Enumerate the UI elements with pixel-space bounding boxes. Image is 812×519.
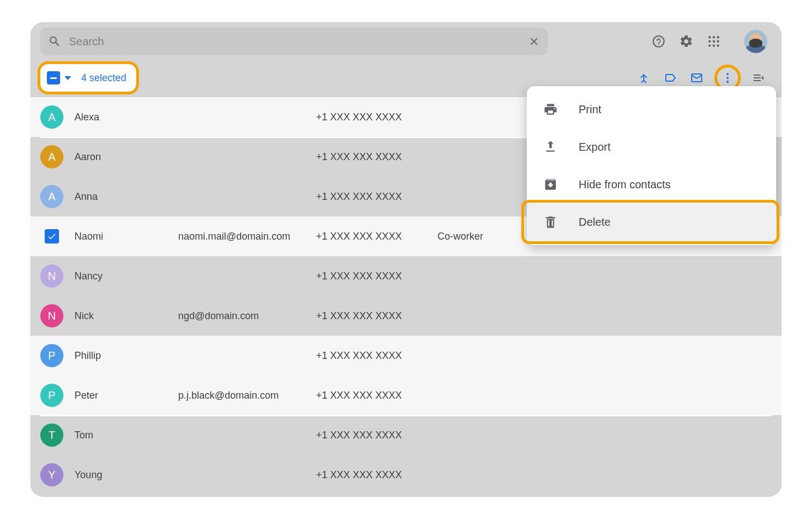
svg-point-4: [713, 40, 715, 43]
menu-item-label: Hide from contacts: [579, 178, 671, 191]
menu-item-label: Delete: [579, 216, 611, 229]
menu-item-label: Print: [579, 103, 601, 116]
merge-icon[interactable]: [637, 71, 650, 84]
contact-name: Nick: [74, 310, 94, 322]
svg-point-7: [713, 44, 715, 46]
select-all-checkbox[interactable]: [47, 71, 60, 84]
export-icon: [543, 140, 558, 154]
contact-avatar: A: [40, 185, 63, 208]
search-bar[interactable]: [40, 28, 548, 55]
contact-avatar: N: [40, 304, 63, 327]
contact-phone: +1 XXX XXX XXXX: [316, 430, 437, 441]
svg-point-8: [717, 44, 719, 46]
contact-name: Alexa: [74, 112, 99, 123]
contact-avatar: A: [40, 105, 63, 129]
gear-icon[interactable]: [679, 34, 693, 49]
contact-row[interactable]: N Nancy +1 XXX XXX XXXX: [30, 256, 782, 296]
contact-name: Phillip: [74, 350, 101, 362]
svg-point-3: [708, 40, 710, 43]
contact-email: naomi.mail@domain.com: [178, 231, 316, 242]
contact-name: Nancy: [74, 271, 103, 282]
account-avatar[interactable]: [744, 30, 767, 53]
svg-point-2: [717, 36, 719, 38]
svg-point-1: [713, 36, 715, 38]
contact-avatar: P: [40, 384, 63, 407]
search-input[interactable]: [61, 35, 528, 49]
app-frame: 4 selected A: [30, 22, 782, 497]
email-icon[interactable]: [690, 71, 703, 84]
svg-point-5: [717, 40, 719, 43]
header: [30, 22, 782, 61]
search-icon: [48, 35, 61, 48]
contact-name: Peter: [74, 390, 98, 401]
contact-avatar: N: [40, 264, 63, 288]
contact-name: Young: [74, 469, 102, 481]
menu-item-export[interactable]: Export: [527, 128, 776, 166]
row-divider: [40, 415, 772, 416]
toolbar-actions: [637, 67, 772, 89]
contact-row[interactable]: N Nick ngd@domain.com +1 XXX XXX XXXX: [30, 296, 782, 336]
contact-email: p.j.black@domain.com: [178, 390, 316, 401]
side-panel-icon[interactable]: [752, 71, 765, 84]
row-checkbox[interactable]: [45, 229, 59, 243]
contact-label: Co-worker: [437, 231, 520, 242]
selection-chip[interactable]: 4 selected: [40, 64, 136, 92]
label-icon[interactable]: [664, 71, 677, 84]
contact-phone: +1 XXX XXX XXXX: [316, 390, 437, 401]
more-actions-button[interactable]: [717, 67, 739, 89]
contact-avatar: T: [40, 423, 63, 447]
contact-row[interactable]: P Peter p.j.black@domain.com +1 XXX XXX …: [30, 375, 782, 415]
contact-phone: +1 XXX XXX XXXX: [316, 271, 437, 282]
contact-phone: +1 XXX XXX XXXX: [316, 191, 437, 203]
contact-phone: +1 XXX XXX XXXX: [316, 231, 437, 242]
contact-row[interactable]: P Phillip +1 XXX XXX XXXX: [30, 336, 782, 375]
help-icon[interactable]: [651, 34, 666, 49]
contact-phone: +1 XXX XXX XXXX: [316, 112, 437, 123]
contact-phone: +1 XXX XXX XXXX: [316, 350, 437, 362]
contact-phone: +1 XXX XXX XXXX: [316, 469, 437, 481]
dropdown-caret-icon[interactable]: [65, 76, 71, 80]
menu-item-label: Export: [579, 141, 611, 153]
selection-count-label: 4 selected: [81, 72, 126, 84]
contact-phone: +1 XXX XXX XXXX: [316, 151, 437, 163]
svg-point-6: [708, 44, 710, 46]
svg-point-0: [708, 36, 710, 38]
header-icons: [651, 30, 772, 53]
contact-name: Anna: [74, 191, 98, 203]
apps-grid-icon[interactable]: [707, 34, 721, 49]
print-icon: [543, 102, 558, 116]
contact-name: Aaron: [74, 151, 101, 163]
contact-phone: +1 XXX XXX XXXX: [316, 310, 437, 322]
more-actions-menu: Print Export Hide from contacts Delete: [527, 86, 776, 245]
contact-avatar: P: [40, 344, 63, 367]
menu-item-hide[interactable]: Hide from contacts: [527, 166, 776, 203]
menu-item-delete[interactable]: Delete: [527, 203, 776, 241]
trash-icon: [543, 215, 558, 229]
menu-item-print[interactable]: Print: [527, 91, 776, 128]
contact-row[interactable]: Y Young +1 XXX XXX XXXX: [30, 455, 782, 495]
contact-avatar: A: [40, 145, 63, 168]
close-icon[interactable]: [528, 35, 540, 47]
contact-avatar: Y: [40, 463, 63, 486]
archive-icon: [543, 177, 558, 192]
contact-name: Naomi: [74, 231, 103, 242]
contact-row[interactable]: T Tom +1 XXX XXX XXXX: [30, 415, 782, 455]
contact-email: ngd@domain.com: [178, 310, 316, 322]
contact-name: Tom: [74, 430, 93, 441]
